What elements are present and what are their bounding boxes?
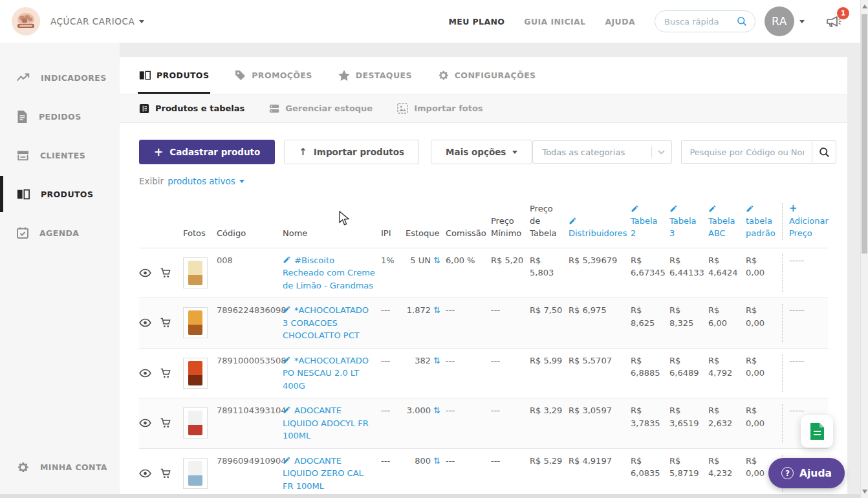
subtab-gerenciar-estoque[interactable]: Gerenciar estoque [269,103,373,114]
active-products-filter[interactable]: produtos ativos [168,176,244,186]
preview-button[interactable] [139,418,160,428]
tab-promocoes[interactable]: PROMOÇÕES [235,57,312,94]
more-options-button[interactable]: Mais opções [431,140,532,164]
column-header-distribuidores[interactable]: Distribuidores [569,217,631,240]
table3-price-value[interactable]: R$ 6,6489 [669,354,708,393]
preview-button[interactable] [139,318,160,327]
help-button[interactable]: ? Ajuda [768,458,845,488]
user-menu[interactable]: RA [765,6,805,36]
photo-cell[interactable] [183,407,217,438]
stock-sort-icon[interactable]: ⇅ [433,356,440,365]
add-to-cart-button[interactable] [160,317,183,329]
add-price-cell[interactable]: ----- [782,254,829,292]
add-to-cart-button[interactable] [160,367,183,379]
add-to-cart-button[interactable] [160,417,183,429]
nav-guia-inicial[interactable]: GUIA INICIAL [524,17,585,27]
table-abc-price-value[interactable]: R$ 4,6424 [708,254,746,292]
page-scrollbar[interactable] [860,0,868,498]
table3-price-value[interactable]: R$ 5,8719 [669,455,708,493]
sidebar-item-pedidos[interactable]: PEDIDOS [0,97,120,136]
column-header-tabela-2[interactable]: Tabela 2 [631,204,669,240]
column-header-tabela-padrao[interactable]: tabela padrão [746,204,782,240]
table2-price-value[interactable]: R$ 6,67345 [631,254,669,292]
add-to-cart-button[interactable] [160,468,183,479]
image-icon [397,103,408,114]
announcements-button[interactable]: 1 [825,14,842,29]
sidebar-item-agenda[interactable]: AGENDA [0,213,120,252]
register-product-button[interactable]: + Cadastrar produto [139,140,275,164]
table2-price-value[interactable]: R$ 8,625 [631,304,669,342]
distributors-price-value[interactable]: R$ 3,0597 [569,404,631,442]
import-products-button[interactable]: ↑ Importar produtos [284,140,419,164]
column-header-tabela-abc[interactable]: Tabela ABC [708,204,746,240]
product-name-link[interactable]: ADOCANTE LIQUIDO ADOCYL FR 100ML [283,406,369,440]
subtab-importar-fotos[interactable]: Importar fotos [397,103,483,114]
nav-ajuda[interactable]: AJUDA [605,17,635,27]
sidebar-item-produtos[interactable]: PRODUTOS [0,175,120,213]
stock-sort-icon[interactable]: ⇅ [433,255,440,265]
photo-cell[interactable] [183,458,217,489]
company-switcher[interactable]: AÇÚCAR CARIOCA [50,16,144,27]
export-spreadsheet-button[interactable] [801,415,833,448]
column-header-label: Preço de Tabela [530,204,557,238]
photo-cell[interactable] [183,358,217,389]
distributors-price-value[interactable]: R$ 5,5707 [569,354,631,393]
product-photo-image [188,461,202,486]
sidebar-item-indicadores[interactable]: INDICADORES [0,58,120,97]
photo-cell[interactable] [183,307,217,338]
product-search-button[interactable] [812,140,836,164]
table-abc-price-value[interactable]: R$ 2,632 [708,404,746,442]
scroll-down-arrow-icon[interactable] [862,490,867,493]
add-price-cell[interactable]: ----- [782,354,829,393]
distributors-price-value[interactable]: R$ 4,9197 [569,455,631,493]
quick-search-input[interactable] [663,16,732,27]
preview-button[interactable] [139,268,160,277]
stock-sort-icon[interactable]: ⇅ [433,305,440,315]
photo-cell[interactable] [183,257,217,288]
company-logo[interactable] [12,7,40,36]
product-name-link[interactable]: ADOCANTE LIQUIDO ZERO CAL FR 100ML [283,456,363,491]
default-table-price-value[interactable]: R$ 0,00 [746,304,782,342]
table2-price-value[interactable]: R$ 6,8885 [631,354,669,393]
default-table-price-value[interactable]: R$ 0,00 [746,254,782,292]
subtab-label: Gerenciar estoque [285,103,373,113]
stock-sort-icon[interactable]: ⇅ [433,456,440,466]
product-name-link[interactable]: *ACHOCOLATADO 3 CORACOES CHOCOLATTO PCT [283,305,369,340]
table-abc-price-value[interactable]: R$ 4,232 [708,455,746,493]
category-select[interactable]: Todas as categorias [532,140,672,164]
table2-price-value[interactable]: R$ 3,7835 [631,404,669,442]
table-abc-price-value[interactable]: R$ 4,792 [708,354,746,393]
distributors-price-value[interactable]: R$ 5,39679 [569,254,631,292]
chevron-down-icon [139,20,144,23]
sidebar-item-minha-conta[interactable]: MINHA CONTA [0,454,120,480]
stock-sort-icon[interactable]: ⇅ [433,406,440,415]
add-price-cell[interactable]: ----- [782,304,829,342]
product-name: #Biscoito Recheado com Creme de Limão - … [283,255,375,290]
table3-price-value[interactable]: R$ 3,6519 [669,404,708,442]
preview-button[interactable] [139,369,160,378]
tab-configuracoes[interactable]: CONFIGURAÇÕES [438,57,536,94]
subtab-produtos-e-tabelas[interactable]: Produtos e tabelas [139,103,244,114]
tab-destaques[interactable]: DESTAQUES [338,57,412,94]
sidebar-item-clientes[interactable]: CLIENTES [0,136,120,175]
scroll-up-arrow-icon[interactable] [862,5,867,8]
column-header-adicionar-preco[interactable]: +Adicionar Preço [782,203,829,240]
product-search-input[interactable] [681,140,812,164]
add-to-cart-button[interactable] [160,267,183,279]
default-table-price-value[interactable]: R$ 0,00 [746,354,782,393]
tab-produtos[interactable]: PRODUTOS [139,57,209,94]
column-header-tabela-3[interactable]: Tabela 3 [669,204,708,240]
product-name-link[interactable]: *ACHOCOLATADO PO NESCAU 2.0 LT 400G [283,356,369,391]
table-abc-price-value[interactable]: R$ 6,00 [708,304,746,342]
nav-meu-plano[interactable]: MEU PLANO [448,17,505,27]
table2-price-value[interactable]: R$ 6,0835 [631,455,669,493]
table3-price-value[interactable]: R$ 6,44133 [669,254,708,292]
scrollbar-thumb[interactable] [862,14,867,254]
distributors-price-value[interactable]: R$ 6,975 [569,304,631,342]
product-name-link[interactable]: #Biscoito Recheado com Creme de Limão - … [283,255,375,290]
table3-price-value[interactable]: R$ 8,325 [669,304,708,342]
search-icon[interactable] [737,16,747,27]
default-table-price-value[interactable]: R$ 0,00 [746,404,782,442]
preview-button[interactable] [139,469,160,478]
ipi-value: --- [381,455,406,493]
